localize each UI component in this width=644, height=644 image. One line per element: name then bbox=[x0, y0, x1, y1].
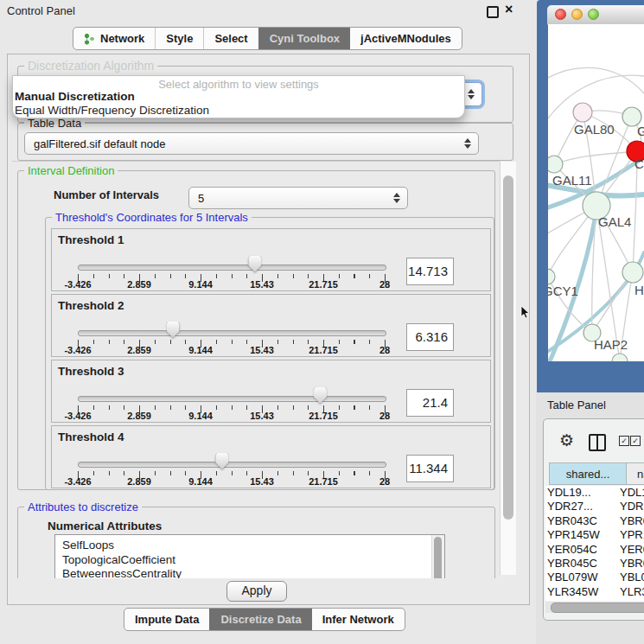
slider-tick-label: 28 bbox=[359, 477, 411, 487]
network-node[interactable] bbox=[548, 269, 555, 284]
table-row[interactable]: YBL079WYBL0 bbox=[545, 571, 644, 584]
tab-label: Discretize Data bbox=[220, 613, 301, 626]
zoom-window-icon[interactable] bbox=[588, 9, 599, 20]
network-node[interactable] bbox=[548, 156, 563, 173]
network-node-label: H bbox=[634, 283, 644, 297]
number-of-intervals-label: Number of Intervals bbox=[54, 188, 159, 201]
table-hscrollbar[interactable] bbox=[545, 602, 644, 613]
threshold-panel: Threshold 4 11.344 -3.4262.8599.14415.43… bbox=[51, 425, 491, 488]
network-node[interactable] bbox=[622, 262, 643, 283]
table-row[interactable]: YBR045CYBR0 bbox=[545, 557, 644, 571]
network-node[interactable] bbox=[573, 103, 592, 122]
close-window-icon[interactable] bbox=[555, 9, 566, 20]
network-edge[interactable] bbox=[548, 67, 644, 93]
threshold-slider-thumb[interactable] bbox=[215, 453, 228, 469]
algorithm-option-manual[interactable]: Manual Discretization bbox=[15, 90, 135, 103]
gear-icon[interactable]: ⚙ bbox=[559, 430, 574, 450]
slider-tick-label: -3.426 bbox=[52, 411, 104, 421]
thresholds-group-title: Threshold's Coordinates for 5 Intervals bbox=[52, 211, 252, 224]
table-cell: YBL079W bbox=[545, 571, 620, 584]
network-icon bbox=[84, 33, 95, 45]
network-node-label: GCY1 bbox=[548, 284, 578, 298]
float-window-icon[interactable] bbox=[487, 6, 499, 18]
tab-label: Infer Network bbox=[322, 613, 394, 626]
table-cell: YBR0 bbox=[620, 514, 644, 528]
slider-tick-label: 9.144 bbox=[175, 280, 226, 290]
table-data-combobox[interactable]: galFiltered.sif default node bbox=[24, 132, 479, 155]
table-cell: YIL0 bbox=[620, 599, 644, 601]
table-row[interactable]: YIL052CYIL0 bbox=[545, 599, 644, 601]
table-row[interactable]: YPR145WYPR1 bbox=[545, 528, 644, 542]
control-panel-tabbar: NetworkStyleSelectCyni ToolboxjActiveMNo… bbox=[73, 27, 462, 50]
threshold-value-field[interactable]: 14.713 bbox=[406, 258, 454, 285]
network-node-label: GAL80 bbox=[574, 122, 615, 137]
algorithm-option-equal-width[interactable]: Equal Width/Frequency Discretization bbox=[15, 104, 209, 117]
tab-infer-network[interactable]: Infer Network bbox=[312, 609, 405, 630]
threshold-slider-thumb[interactable] bbox=[248, 256, 261, 272]
tab-impute-data[interactable]: Impute Data bbox=[124, 609, 209, 630]
attributes-scrollbar[interactable] bbox=[431, 535, 444, 578]
network-window-titlebar[interactable] bbox=[547, 5, 644, 25]
column-header-name[interactable]: na bbox=[627, 462, 644, 485]
table-hscrollbar-thumb[interactable] bbox=[551, 603, 644, 613]
minimize-window-icon[interactable] bbox=[571, 9, 583, 20]
threshold-slider-thumb[interactable] bbox=[314, 387, 327, 404]
attribute-list-item[interactable]: TopologicalCoefficient bbox=[55, 553, 444, 568]
threshold-value-field[interactable]: 11.344 bbox=[406, 455, 454, 482]
slider-tick-label: 28 bbox=[359, 411, 411, 421]
table-row[interactable]: YER054CYER0 bbox=[545, 543, 644, 557]
threshold-slider-track[interactable] bbox=[78, 330, 386, 336]
tab-jactivemnodules[interactable]: jActiveMNodules bbox=[350, 28, 462, 49]
interval-definition-group-title: Interval Definition bbox=[24, 164, 118, 177]
close-icon[interactable]: × bbox=[505, 2, 513, 17]
tab-style[interactable]: Style bbox=[155, 28, 203, 49]
number-of-intervals-value: 5 bbox=[198, 192, 204, 205]
apply-button[interactable]: Apply bbox=[226, 581, 287, 602]
number-of-intervals-combobox[interactable]: 5 bbox=[188, 187, 408, 209]
network-canvas[interactable]: GAL80GACGAL11GAL4GCY1HHAP2 bbox=[548, 24, 644, 361]
threshold-value-field[interactable]: 21.4 bbox=[406, 389, 454, 417]
table-cell: YPR145W bbox=[545, 528, 620, 542]
settings-scrollbar[interactable] bbox=[500, 162, 516, 575]
slider-tick-label: 2.859 bbox=[113, 346, 165, 355]
tab-discretize-data[interactable]: Discretize Data bbox=[209, 609, 311, 630]
attribute-list-item[interactable]: BetweennessCentrality bbox=[55, 567, 444, 578]
threshold-slider-track[interactable] bbox=[78, 265, 386, 271]
table-row[interactable]: YDR27...YDR2 bbox=[545, 500, 644, 513]
tab-cyni-toolbox[interactable]: Cyni Toolbox bbox=[258, 28, 350, 49]
thresholds-group: Threshold's Coordinates for 5 Intervals … bbox=[45, 217, 494, 490]
slider-tick-label: 15.43 bbox=[236, 280, 288, 290]
attributes-scrollbar-thumb[interactable] bbox=[434, 537, 442, 578]
network-edge[interactable] bbox=[554, 151, 637, 164]
threshold-panel: Threshold 3 21.4 -3.4262.8599.14415.4321… bbox=[51, 360, 491, 423]
slider-tick-label: -3.426 bbox=[52, 477, 104, 487]
network-node-label: GAL11 bbox=[552, 173, 592, 188]
tab-network[interactable]: Network bbox=[73, 28, 155, 49]
tab-select[interactable]: Select bbox=[203, 28, 258, 49]
table-cell: YBR0 bbox=[620, 557, 644, 571]
node-table[interactable]: YDL19...YDL1YDR27...YDR2YBR043CYBR0YPR14… bbox=[545, 486, 644, 601]
threshold-value-field[interactable]: 6.316 bbox=[406, 323, 454, 351]
numerical-attributes-list[interactable]: SelfLoopsTopologicalCoefficientBetweenne… bbox=[54, 534, 445, 578]
table-row[interactable]: YBR043CYBR0 bbox=[545, 514, 644, 528]
table-row[interactable]: YDL19...YDL1 bbox=[545, 486, 644, 500]
threshold-slider-track[interactable] bbox=[78, 396, 386, 402]
slider-tick-label: 21.715 bbox=[297, 477, 349, 487]
threshold-panel: Threshold 1 14.713 -3.4262.8599.14415.43… bbox=[51, 228, 491, 291]
column-header-shared[interactable]: shared... bbox=[549, 462, 627, 485]
network-node-label: GA bbox=[637, 124, 644, 138]
attribute-list-item[interactable]: SelfLoops bbox=[55, 539, 444, 553]
table-cell: YDR2 bbox=[620, 500, 644, 513]
slider-tick-label: 2.859 bbox=[113, 411, 165, 421]
checkbox-icon[interactable]: ✓ bbox=[630, 436, 641, 446]
column-layout-icon[interactable] bbox=[589, 434, 606, 451]
settings-scrollbar-thumb[interactable] bbox=[503, 175, 513, 520]
bottom-tabbar: Impute DataDiscretize DataInfer Network bbox=[124, 608, 405, 631]
tab-label: Select bbox=[214, 32, 247, 45]
threshold-slider-thumb[interactable] bbox=[167, 322, 180, 338]
network-node[interactable] bbox=[612, 354, 628, 361]
table-row[interactable]: YLR345WYLR3 bbox=[545, 585, 644, 599]
network-edge[interactable] bbox=[592, 272, 633, 333]
checkbox-icon[interactable]: ✓ bbox=[619, 436, 629, 446]
threshold-slider-track[interactable] bbox=[78, 462, 386, 468]
